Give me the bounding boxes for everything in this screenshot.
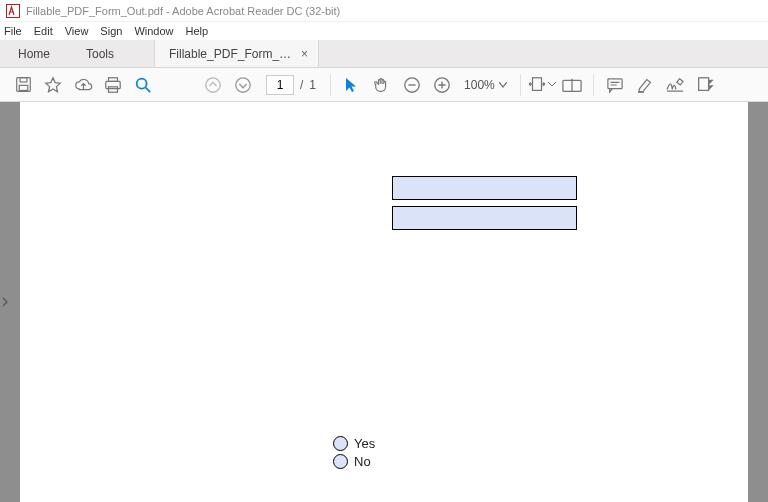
page-number-input[interactable] bbox=[266, 75, 294, 95]
svg-point-9 bbox=[236, 77, 250, 91]
window-title: Fillable_PDF_Form_Out.pdf - Adobe Acroba… bbox=[26, 5, 340, 17]
tab-document-label: Fillable_PDF_Form_… bbox=[169, 47, 291, 61]
radio-no[interactable] bbox=[333, 454, 348, 469]
page-gutter-right bbox=[748, 102, 768, 502]
menu-help[interactable]: Help bbox=[186, 25, 209, 37]
page-up-icon[interactable] bbox=[198, 71, 228, 99]
radio-yes-label: Yes bbox=[354, 436, 375, 451]
comment-icon[interactable] bbox=[600, 71, 630, 99]
menu-view[interactable]: View bbox=[65, 25, 89, 37]
svg-point-7 bbox=[137, 78, 147, 88]
menu-sign[interactable]: Sign bbox=[100, 25, 122, 37]
hand-pan-icon[interactable] bbox=[367, 71, 397, 99]
zoom-out-icon[interactable] bbox=[397, 71, 427, 99]
pdf-page: Yes No bbox=[60, 102, 740, 502]
svg-rect-15 bbox=[698, 77, 708, 90]
menu-file[interactable]: File bbox=[4, 25, 22, 37]
menu-window[interactable]: Window bbox=[134, 25, 173, 37]
selection-arrow-icon[interactable] bbox=[337, 71, 367, 99]
radio-no-label: No bbox=[354, 454, 371, 469]
zoom-in-icon[interactable] bbox=[427, 71, 457, 99]
zoom-value: 100% bbox=[464, 78, 495, 92]
highlight-icon[interactable] bbox=[630, 71, 660, 99]
text-field-1[interactable] bbox=[392, 176, 577, 200]
read-mode-icon[interactable] bbox=[557, 71, 587, 99]
more-tools-icon[interactable] bbox=[690, 71, 720, 99]
menu-edit[interactable]: Edit bbox=[34, 25, 53, 37]
page-sep: / bbox=[300, 78, 303, 92]
svg-rect-3 bbox=[19, 85, 28, 90]
menu-bar: File Edit View Sign Window Help bbox=[0, 22, 768, 40]
zoom-select[interactable]: 100% bbox=[457, 74, 514, 96]
text-field-2[interactable] bbox=[392, 206, 577, 230]
svg-rect-2 bbox=[20, 78, 27, 82]
svg-point-8 bbox=[206, 77, 220, 91]
page-total: 1 bbox=[309, 78, 316, 92]
svg-rect-12 bbox=[532, 77, 541, 90]
radio-yes[interactable] bbox=[333, 436, 348, 451]
search-icon[interactable] bbox=[128, 71, 158, 99]
chevron-down-icon bbox=[499, 82, 507, 88]
tab-tools[interactable]: Tools bbox=[68, 40, 132, 67]
save-icon[interactable] bbox=[8, 71, 38, 99]
tab-close-icon[interactable]: × bbox=[301, 47, 308, 61]
print-icon[interactable] bbox=[98, 71, 128, 99]
page-down-icon[interactable] bbox=[228, 71, 258, 99]
fit-width-icon[interactable] bbox=[527, 71, 557, 99]
star-icon[interactable] bbox=[38, 71, 68, 99]
svg-rect-6 bbox=[109, 86, 118, 91]
sign-icon[interactable] bbox=[660, 71, 690, 99]
app-icon bbox=[6, 4, 20, 18]
tab-document[interactable]: Fillable_PDF_Form_… × bbox=[154, 40, 319, 67]
left-panel-toggle[interactable] bbox=[0, 282, 10, 322]
cloud-upload-icon[interactable] bbox=[68, 71, 98, 99]
svg-rect-14 bbox=[608, 78, 622, 88]
tab-home[interactable]: Home bbox=[0, 40, 68, 67]
